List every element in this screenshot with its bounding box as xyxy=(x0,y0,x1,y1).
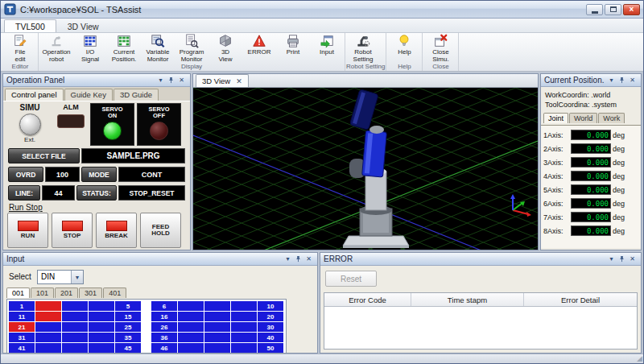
pin-icon[interactable] xyxy=(617,76,627,85)
din-cell[interactable] xyxy=(35,322,61,332)
din-cell[interactable]: 21 xyxy=(9,322,35,332)
menu-down-icon[interactable]: ▾ xyxy=(606,254,617,264)
pin-icon[interactable] xyxy=(293,254,303,264)
operation-panel-titlebar[interactable]: Operation Panel ▾ ✕ xyxy=(3,74,190,87)
column-error-detail[interactable]: Error Detail xyxy=(524,293,637,306)
menu-down-icon[interactable]: ▾ xyxy=(155,76,166,85)
din-cell[interactable] xyxy=(35,301,61,311)
ribbon-button-robot-setting[interactable]: RobotSetting xyxy=(346,33,380,63)
pin-icon[interactable] xyxy=(166,76,176,85)
din-page-tab-201[interactable]: 201 xyxy=(55,287,78,298)
din-cell[interactable]: 16 xyxy=(151,312,177,321)
din-cell[interactable] xyxy=(89,322,114,332)
din-cell[interactable] xyxy=(231,322,257,332)
close-icon[interactable]: ✕ xyxy=(176,76,187,85)
din-cell[interactable] xyxy=(62,301,88,311)
ribbon-button-3d-view[interactable]: 3DView xyxy=(208,33,242,63)
din-select[interactable]: DIN ▼ xyxy=(37,270,84,284)
servo-off-button[interactable] xyxy=(150,122,168,140)
din-cell[interactable]: 20 xyxy=(258,312,283,321)
din-cell[interactable] xyxy=(89,301,114,311)
chevron-down-icon[interactable]: ▼ xyxy=(71,271,83,283)
column-time-stamp[interactable]: Time stapm xyxy=(411,293,524,306)
din-page-tab-401[interactable]: 401 xyxy=(103,287,126,298)
minimize-button[interactable] xyxy=(586,4,603,15)
close-icon[interactable]: ✕ xyxy=(627,254,638,264)
din-cell[interactable] xyxy=(178,333,204,342)
din-cell[interactable] xyxy=(231,343,257,353)
ovrd-button[interactable]: OVRD xyxy=(8,167,43,182)
reset-button[interactable]: Reset xyxy=(325,271,377,287)
run-button-stop[interactable]: STOP xyxy=(52,213,93,248)
tab-control-panel[interactable]: Control panel xyxy=(5,89,64,101)
ribbon-button-error[interactable]: ERROR xyxy=(242,33,276,63)
close-icon[interactable]: ✕ xyxy=(627,76,638,85)
ribbon-button-file-edit[interactable]: Fileedit xyxy=(3,33,37,63)
run-button-break[interactable]: BREAK xyxy=(96,213,137,248)
tab-3d-guide[interactable]: 3D Guide xyxy=(114,89,159,101)
din-cell[interactable] xyxy=(204,322,230,332)
din-cell[interactable] xyxy=(204,312,230,321)
simu-button[interactable] xyxy=(19,114,41,135)
din-cell[interactable] xyxy=(89,333,114,342)
error-panel-titlebar[interactable]: ERROR ▾ ✕ xyxy=(320,253,641,266)
din-cell[interactable] xyxy=(204,301,230,311)
din-cell[interactable]: 25 xyxy=(115,322,141,332)
run-button-run[interactable]: RUN xyxy=(7,213,48,248)
ribbon-button-input[interactable]: Input xyxy=(310,33,344,63)
din-page-tab-301[interactable]: 301 xyxy=(79,287,102,298)
menu-down-icon[interactable]: ▾ xyxy=(606,76,617,85)
din-cell[interactable]: 45 xyxy=(115,343,141,353)
tab-world[interactable]: World xyxy=(569,113,597,123)
tab-work[interactable]: Work xyxy=(598,113,625,123)
ribbon-button-operation-robot[interactable]: Operationrobot xyxy=(39,33,73,63)
din-cell[interactable] xyxy=(178,312,204,321)
select-file-button[interactable]: SELECT FILE xyxy=(8,148,80,163)
din-cell[interactable]: 36 xyxy=(151,333,177,342)
din-cell[interactable] xyxy=(35,312,61,321)
tab-guide-key[interactable]: Guide Key xyxy=(64,89,113,101)
ribbon-button-variable-monitor[interactable]: VariableMonitor xyxy=(141,33,175,63)
current-position-titlebar[interactable]: Current Position. ▾ ✕ xyxy=(541,74,641,87)
din-cell[interactable] xyxy=(89,343,114,353)
din-cell[interactable] xyxy=(62,312,88,321)
din-cell[interactable]: 26 xyxy=(151,322,177,332)
input-panel-titlebar[interactable]: Input ▾ ✕ xyxy=(3,253,317,266)
din-cell[interactable]: 5 xyxy=(115,301,141,311)
din-cell[interactable]: 15 xyxy=(115,312,141,321)
din-cell[interactable] xyxy=(35,343,61,353)
resize-grip[interactable]: ◢ xyxy=(637,354,642,363)
tab-joint[interactable]: Joint xyxy=(543,113,568,123)
din-cell[interactable]: 40 xyxy=(258,333,283,342)
din-cell[interactable]: 1 xyxy=(9,301,35,311)
close-button[interactable]: × xyxy=(623,4,640,15)
menu-down-icon[interactable]: ▾ xyxy=(283,254,293,264)
ribbon-button-help[interactable]: Help xyxy=(387,33,421,63)
din-cell[interactable]: 46 xyxy=(151,343,177,353)
din-cell[interactable] xyxy=(178,301,204,311)
din-page-tab-101[interactable]: 101 xyxy=(31,287,54,298)
titlebar[interactable]: C:¥workspace¥SOL - TSAssist × xyxy=(1,1,643,19)
ribbon-button-i-o-signal[interactable]: I/OSignal xyxy=(73,33,107,63)
din-cell[interactable] xyxy=(178,322,204,332)
ribbon-button-current-position[interactable]: CurrentPosition. xyxy=(107,33,141,63)
din-cell[interactable]: 50 xyxy=(258,343,283,353)
din-page-tab-001[interactable]: 001 xyxy=(6,287,30,298)
din-cell[interactable]: 31 xyxy=(9,333,35,342)
din-cell[interactable] xyxy=(231,333,257,342)
viewport-3d[interactable] xyxy=(193,88,538,250)
din-cell[interactable] xyxy=(89,312,114,321)
pin-icon[interactable] xyxy=(617,254,627,264)
ribbon-button-close-simu[interactable]: CloseSimu. xyxy=(423,33,457,63)
din-cell[interactable]: 30 xyxy=(258,322,283,332)
din-cell[interactable] xyxy=(35,333,61,342)
din-cell[interactable]: 6 xyxy=(151,301,177,311)
ribbon-button-print[interactable]: Print xyxy=(276,33,310,63)
tab-close-icon[interactable]: ✕ xyxy=(236,77,242,85)
maximize-button[interactable] xyxy=(605,4,621,15)
ribbon-tab-3d-view[interactable]: 3D View xyxy=(56,19,110,32)
din-cell[interactable] xyxy=(178,343,204,353)
din-cell[interactable] xyxy=(204,333,230,342)
din-cell[interactable] xyxy=(231,301,257,311)
din-cell[interactable] xyxy=(62,322,88,332)
